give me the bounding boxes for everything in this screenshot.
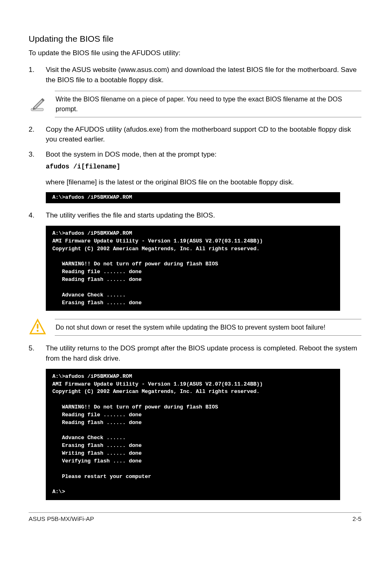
step-number: 4. bbox=[29, 211, 46, 221]
caution-no-shutdown: Do not shut down or reset the system whi… bbox=[29, 318, 361, 336]
note-write-filename: Write the BIOS filename on a piece of pa… bbox=[29, 91, 361, 117]
caution-text: Do not shut down or reset the system whi… bbox=[55, 319, 361, 336]
intro-text: To update the BIOS file using the AFUDOS… bbox=[29, 48, 361, 58]
step-body: The utility verifies the file and starts… bbox=[46, 211, 361, 221]
footer-left: ASUS P5B-MX/WiFi-AP bbox=[29, 514, 94, 523]
terminal-output-1: A:\>afudos /iP5BMXWAP.ROM bbox=[46, 192, 340, 203]
pencil-paper-icon bbox=[29, 95, 47, 113]
step-text: Boot the system in DOS mode, then at the… bbox=[46, 150, 361, 160]
step-text: where [filename] is the latest or the or… bbox=[46, 177, 361, 188]
command-text: afudos /i[filename] bbox=[46, 162, 361, 172]
terminal-output-3: A:\>afudos /iP5BMXWAP.ROM AMI Firmware U… bbox=[46, 369, 340, 500]
step-4: 4. The utility verifies the file and sta… bbox=[29, 211, 361, 221]
svg-point-2 bbox=[37, 330, 39, 332]
step-1: 1. Visit the ASUS website (www.asus.com)… bbox=[29, 65, 361, 85]
warning-triangle-icon bbox=[29, 318, 47, 336]
step-body: Boot the system in DOS mode, then at the… bbox=[46, 150, 361, 187]
step-5: 5. The utility returns to the DOS prompt… bbox=[29, 343, 361, 364]
steps-list-continued-2: 4. The utility verifies the file and sta… bbox=[29, 211, 361, 221]
footer-right: 2-5 bbox=[352, 514, 361, 523]
step-body: Visit the ASUS website (www.asus.com) an… bbox=[46, 65, 361, 85]
svg-rect-1 bbox=[37, 324, 38, 329]
note-text: Write the BIOS filename on a piece of pa… bbox=[55, 91, 361, 117]
steps-list: 1. Visit the ASUS website (www.asus.com)… bbox=[29, 65, 361, 85]
step-number: 5. bbox=[29, 343, 46, 364]
step-number: 3. bbox=[29, 150, 46, 187]
steps-list-continued-3: 5. The utility returns to the DOS prompt… bbox=[29, 343, 361, 364]
step-2: 2. Copy the AFUDOS utility (afudos.exe) … bbox=[29, 125, 361, 145]
steps-list-continued: 2. Copy the AFUDOS utility (afudos.exe) … bbox=[29, 125, 361, 188]
section-heading: Updating the BIOS file bbox=[29, 33, 361, 45]
step-body: The utility returns to the DOS prompt af… bbox=[46, 343, 361, 364]
step-number: 1. bbox=[29, 65, 46, 85]
step-body: Copy the AFUDOS utility (afudos.exe) fro… bbox=[46, 125, 361, 145]
step-number: 2. bbox=[29, 125, 46, 145]
step-3: 3. Boot the system in DOS mode, then at … bbox=[29, 150, 361, 187]
page-footer: ASUS P5B-MX/WiFi-AP 2-5 bbox=[29, 512, 361, 523]
terminal-output-2: A:\>afudos /iP5BMXWAP.ROM AMI Firmware U… bbox=[46, 226, 340, 311]
